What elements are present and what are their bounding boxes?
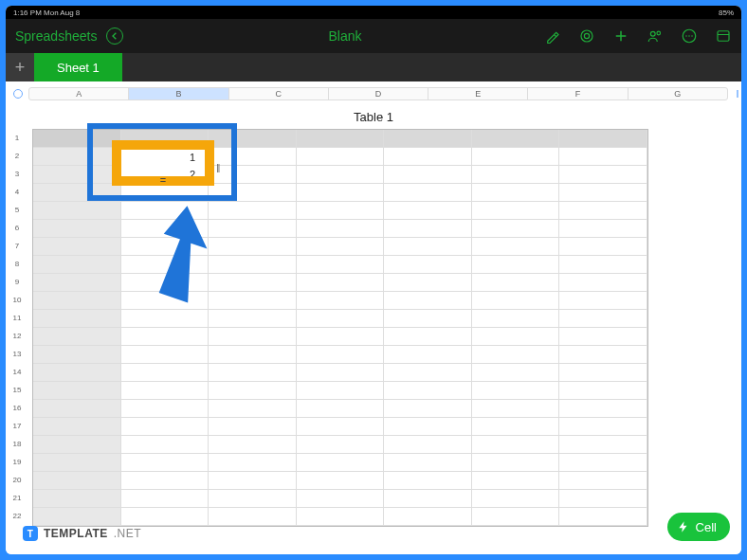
cell[interactable] — [33, 238, 121, 256]
cell[interactable] — [121, 364, 210, 382]
cell[interactable] — [384, 310, 472, 328]
cell[interactable] — [297, 274, 385, 292]
cell[interactable] — [472, 472, 560, 490]
column-header-B[interactable]: B — [129, 88, 228, 99]
column-header-C[interactable]: C — [229, 88, 329, 99]
cell[interactable] — [297, 292, 385, 310]
cell[interactable] — [472, 130, 560, 148]
cell[interactable] — [33, 130, 121, 148]
cell[interactable] — [121, 202, 210, 220]
cell[interactable] — [297, 310, 385, 328]
cell[interactable] — [559, 130, 647, 148]
row-header[interactable]: 5 — [9, 201, 25, 219]
add-column-handle[interactable]: ‖ — [736, 89, 739, 98]
table-title[interactable]: Table 1 — [6, 110, 741, 124]
cell[interactable] — [209, 292, 297, 310]
cell[interactable] — [209, 328, 297, 346]
row-header[interactable]: 20 — [9, 471, 25, 489]
cell[interactable] — [472, 328, 560, 346]
table-row[interactable] — [33, 130, 647, 148]
select-all-handle[interactable] — [13, 89, 23, 99]
column-header-A[interactable]: A — [29, 88, 129, 99]
cell[interactable] — [33, 436, 121, 454]
cell[interactable] — [121, 382, 210, 400]
cell[interactable] — [33, 364, 121, 382]
cell[interactable] — [297, 418, 385, 436]
cell[interactable] — [297, 436, 385, 454]
cell[interactable] — [121, 310, 210, 328]
row-header[interactable]: 2 — [9, 147, 25, 165]
table-row[interactable] — [33, 454, 647, 472]
row-header[interactable]: 6 — [9, 219, 25, 237]
table-row[interactable] — [33, 310, 647, 328]
cell[interactable] — [559, 202, 647, 220]
cell[interactable] — [33, 508, 121, 526]
cell[interactable] — [472, 346, 560, 364]
cell[interactable] — [121, 130, 210, 148]
table-row[interactable] — [33, 400, 647, 418]
cell[interactable] — [472, 274, 560, 292]
cell[interactable] — [559, 454, 647, 472]
cell[interactable] — [384, 382, 472, 400]
cell[interactable] — [384, 220, 472, 238]
cell[interactable] — [209, 238, 297, 256]
cell[interactable] — [472, 436, 560, 454]
row-header[interactable]: 3 — [9, 165, 25, 183]
cell[interactable] — [384, 436, 472, 454]
cell[interactable] — [297, 256, 385, 274]
cell[interactable] — [33, 328, 121, 346]
cell[interactable] — [33, 292, 121, 310]
cell[interactable] — [33, 490, 121, 508]
cell[interactable] — [121, 508, 210, 526]
cell[interactable] — [472, 364, 560, 382]
table-row[interactable] — [33, 472, 647, 490]
cell[interactable] — [384, 184, 472, 202]
cell[interactable] — [33, 400, 121, 418]
back-button[interactable]: Spreadsheets — [15, 28, 97, 44]
cell[interactable] — [559, 220, 647, 238]
table-row[interactable] — [33, 202, 647, 220]
cell[interactable] — [209, 418, 297, 436]
collaborate-button[interactable] — [647, 27, 664, 45]
cell[interactable] — [472, 202, 560, 220]
cell[interactable] — [559, 346, 647, 364]
undo-button[interactable] — [106, 27, 123, 45]
table-row[interactable] — [33, 220, 647, 238]
row-header[interactable]: 13 — [9, 345, 25, 363]
cell[interactable] — [33, 202, 121, 220]
cell[interactable] — [297, 202, 385, 220]
cell[interactable] — [209, 202, 297, 220]
cell[interactable] — [297, 400, 385, 418]
cell[interactable] — [209, 472, 297, 490]
row-header[interactable]: 7 — [9, 237, 25, 255]
format-brush-button[interactable] — [544, 27, 561, 45]
cell[interactable] — [297, 364, 385, 382]
sidebar-toggle-button[interactable] — [715, 27, 732, 45]
cell[interactable] — [33, 382, 121, 400]
table-row[interactable]: 1 — [33, 148, 647, 166]
cell[interactable] — [297, 184, 385, 202]
table-grid[interactable]: 1 2 — [32, 129, 648, 527]
cell[interactable] — [559, 166, 647, 184]
row-header[interactable]: 10 — [9, 291, 25, 309]
cell[interactable] — [33, 310, 121, 328]
cell[interactable] — [121, 220, 210, 238]
cell[interactable] — [209, 166, 297, 184]
cell[interactable] — [559, 274, 647, 292]
cell[interactable] — [559, 364, 647, 382]
cell[interactable] — [209, 400, 297, 418]
cell-B3[interactable]: 2 — [121, 166, 210, 184]
row-header[interactable]: 11 — [9, 309, 25, 327]
cell[interactable] — [209, 256, 297, 274]
cell[interactable] — [121, 238, 210, 256]
row-header[interactable]: 15 — [9, 381, 25, 399]
cell[interactable] — [209, 130, 297, 148]
cell[interactable] — [559, 292, 647, 310]
table-row[interactable] — [33, 184, 647, 202]
cell[interactable] — [33, 166, 121, 184]
cell[interactable] — [384, 490, 472, 508]
table-row[interactable] — [33, 508, 647, 526]
cell[interactable] — [384, 400, 472, 418]
table-row[interactable] — [33, 364, 647, 382]
row-header[interactable]: 1 — [9, 129, 25, 147]
